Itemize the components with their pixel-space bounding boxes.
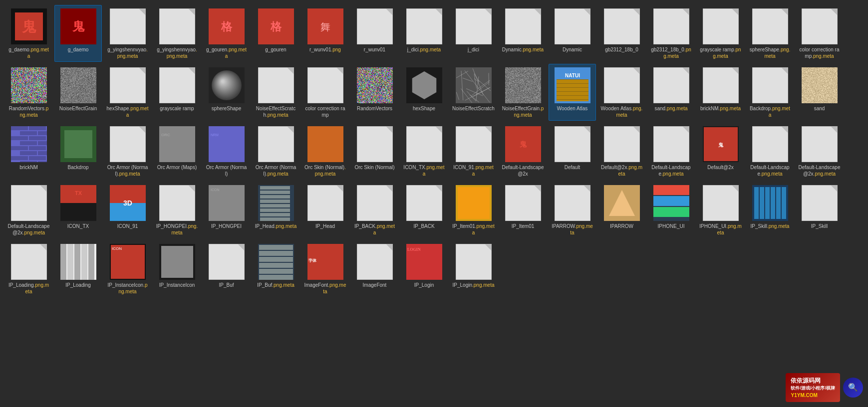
file-item[interactable]: IPHONE_UI.png.meta <box>697 182 744 238</box>
file-item[interactable]: Default@2x.png.meta <box>598 123 645 180</box>
file-item[interactable]: ICON_91.png.meta <box>450 123 497 180</box>
file-item[interactable]: brickNM <box>5 123 52 180</box>
file-item[interactable]: Orc Armor (Normal).png.meta <box>252 123 299 180</box>
file-item[interactable]: sand <box>796 64 843 121</box>
file-item[interactable]: IP_InstanceIcon.png.meta <box>104 240 151 297</box>
file-item[interactable]: NoiseEffectGrain <box>54 64 102 121</box>
file-thumbnail <box>456 126 492 162</box>
file-item[interactable]: Default-Landscape@2x.png.meta <box>796 123 843 180</box>
file-item[interactable]: r_wunv01 <box>351 5 398 62</box>
file-name-label: IP_Loading <box>65 282 91 288</box>
file-item[interactable]: IP_HONGPEI.png.meta <box>153 182 201 238</box>
file-item[interactable]: NoiseEffectScratch.png.meta <box>252 64 299 121</box>
file-item[interactable]: g_yingshennvyao.png.meta <box>153 5 201 62</box>
file-item[interactable]: IP_Buf <box>203 240 250 297</box>
file-item[interactable]: sand.png.meta <box>647 64 695 121</box>
file-item[interactable]: IP_Head <box>301 182 349 238</box>
file-item[interactable]: color correction ramp <box>301 64 349 121</box>
file-name-label: color correction ramp <box>304 105 346 118</box>
file-item[interactable]: Default-Landscape.png.meta <box>647 123 695 180</box>
file-thumbnail <box>110 126 146 162</box>
file-item[interactable]: IP_Item01.png.meta <box>450 182 497 238</box>
file-item[interactable]: color correction ramp.png.meta <box>796 5 843 62</box>
file-item[interactable]: IP_Loading.png.meta <box>5 240 52 297</box>
file-item[interactable]: Default-Landscape@2x <box>499 123 547 180</box>
file-item[interactable]: ImageFont <box>351 240 398 297</box>
file-thumbnail <box>555 126 590 162</box>
file-item[interactable]: j_dici.png.meta <box>400 5 448 62</box>
file-item[interactable]: Dynamic.png.meta <box>499 5 547 62</box>
file-item[interactable]: hexShape.png.meta <box>104 64 151 121</box>
file-name-label: ICON_91.png.meta <box>452 164 495 177</box>
file-item[interactable]: grayscale ramp.png.meta <box>697 5 744 62</box>
file-item[interactable]: Default <box>549 123 596 180</box>
file-item[interactable]: ICON_91 <box>104 182 151 238</box>
file-item[interactable]: IPARROW <box>598 182 645 238</box>
file-item[interactable]: ICON_TX.png.meta <box>400 123 448 180</box>
file-thumbnail <box>159 244 195 280</box>
file-thumbnail <box>209 8 245 44</box>
file-item[interactable]: IPARROW.png.meta <box>549 182 596 238</box>
file-item[interactable]: IP_Login <box>400 240 448 297</box>
file-item[interactable]: Orc Armor (Normal) <box>203 123 250 180</box>
file-thumbnail <box>505 185 541 221</box>
file-item[interactable]: IP_Skill.png.meta <box>746 182 794 238</box>
file-name-label: g_daemo <box>68 46 89 53</box>
file-item[interactable]: NoiseEffectScratch <box>450 64 497 121</box>
file-thumbnail <box>653 67 689 103</box>
file-item[interactable]: gb2312_18b_0 <box>598 5 645 62</box>
file-item[interactable]: IP_Login.png.meta <box>450 240 497 297</box>
file-name-label: g_yingshennvyao.png.meta <box>156 46 198 59</box>
file-item[interactable]: hexShape <box>400 64 448 121</box>
file-item[interactable]: g_daemo.png.meta <box>5 5 52 62</box>
file-item[interactable]: Orc Armor (Maps) <box>153 123 201 180</box>
file-item[interactable]: j_dici <box>450 5 497 62</box>
file-thumbnail <box>357 244 393 280</box>
file-name-label: IP_Head <box>315 223 335 229</box>
file-item[interactable]: g_yingshennvyao.png.meta <box>104 5 151 62</box>
file-item[interactable]: IP_Loading <box>54 240 102 297</box>
file-item[interactable]: ImageFont.png.meta <box>301 240 349 297</box>
file-item[interactable]: IPHONE_UI <box>647 182 695 238</box>
file-name-label: color correction ramp.png.meta <box>798 46 841 59</box>
file-thumbnail <box>802 126 838 162</box>
file-name-label: Backdrop.png.meta <box>749 105 791 118</box>
file-item[interactable]: Orc Skin (Normal).png.meta <box>301 123 349 180</box>
file-item[interactable]: r_wunv01.png <box>301 5 349 62</box>
file-item[interactable]: Default@2x <box>697 123 744 180</box>
file-item[interactable]: IP_HONGPEI <box>203 182 250 238</box>
file-name-label: IP_Login <box>414 282 434 288</box>
file-item[interactable]: sphereShape.png.meta <box>746 5 794 62</box>
file-thumbnail <box>406 8 442 44</box>
file-item[interactable]: Default-Landscape@2x.png.meta <box>5 182 52 238</box>
file-item[interactable]: gb2312_18b_0.png.meta <box>647 5 695 62</box>
file-item[interactable]: Backdrop.png.meta <box>746 64 794 121</box>
file-item[interactable]: Orc Armor (Normal).png.meta <box>104 123 151 180</box>
file-item[interactable]: sphereShape <box>203 64 250 121</box>
file-name-label: Default-Landscape@2x.png.meta <box>7 223 50 236</box>
file-item[interactable]: Default-Landscape.png.meta <box>746 123 794 180</box>
file-item[interactable]: Backdrop <box>54 123 102 180</box>
file-item[interactable]: IP_Head.png.meta <box>252 182 299 238</box>
file-item[interactable]: Wooden Atlas <box>549 64 596 121</box>
file-item[interactable]: g_gouren.png.meta <box>203 5 250 62</box>
file-item[interactable]: IP_Skill <box>796 182 843 238</box>
file-item[interactable]: IP_Item01 <box>499 182 547 238</box>
file-item[interactable]: RandomVectors.png.meta <box>5 64 52 121</box>
file-item[interactable]: RandomVectors <box>351 64 398 121</box>
file-item[interactable]: IP_Buf.png.meta <box>252 240 299 297</box>
file-item[interactable]: IP_BACK <box>400 182 448 238</box>
file-item[interactable]: Wooden Atlas.png.meta <box>598 64 645 121</box>
file-item[interactable]: grayscale ramp <box>153 64 201 121</box>
file-item[interactable]: NoiseEffectGrain.png.meta <box>499 64 547 121</box>
file-name-label: Orc Skin (Normal) <box>354 164 394 171</box>
file-item[interactable]: IP_InstanceIcon <box>153 240 201 297</box>
file-item[interactable]: brickNM.png.meta <box>697 64 744 121</box>
file-item[interactable]: ICON_TX <box>54 182 102 238</box>
file-item[interactable]: Orc Skin (Normal) <box>351 123 398 180</box>
file-name-label: IP_Loading.png.meta <box>7 282 50 295</box>
file-item[interactable]: Dynamic <box>549 5 596 62</box>
file-item[interactable]: g_gouren <box>252 5 299 62</box>
file-item[interactable]: IP_BACK.png.meta <box>351 182 398 238</box>
file-item[interactable]: g_daemo <box>54 5 102 62</box>
